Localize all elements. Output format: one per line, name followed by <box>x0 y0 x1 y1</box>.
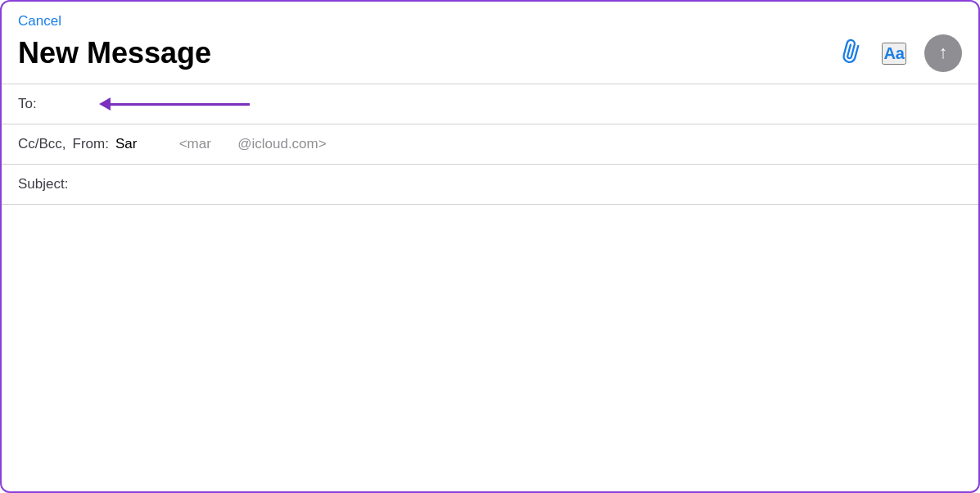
from-email-partial: <mar <box>140 136 210 152</box>
arrow-head-icon <box>99 97 111 111</box>
to-label: To: <box>18 96 37 112</box>
cc-bcc-field-row: Cc/Bcc, From: Sar <mar @icloud.com> <box>2 124 978 164</box>
cc-bcc-label: Cc/Bcc, <box>18 136 66 152</box>
send-button[interactable]: ↑ <box>924 34 962 72</box>
format-button[interactable]: Aa <box>882 43 906 65</box>
header: Cancel New Message Aa ↑ <box>2 2 978 84</box>
compose-window: Cancel New Message Aa ↑ To: Cc/Bcc, From… <box>0 0 980 493</box>
toolbar: Aa ↑ <box>841 34 962 72</box>
from-label: From: <box>73 136 109 152</box>
subject-label: Subject: <box>18 176 68 192</box>
arrow-annotation <box>100 97 250 111</box>
arrow-line <box>111 103 250 106</box>
from-name: Sar <box>115 136 137 152</box>
message-body-input[interactable] <box>18 213 962 491</box>
cancel-button[interactable]: Cancel <box>18 13 61 29</box>
subject-field-row: Subject: <box>2 165 978 204</box>
subject-input[interactable] <box>75 176 962 192</box>
message-body-area <box>2 205 978 493</box>
title-row: New Message Aa ↑ <box>18 34 962 72</box>
attach-icon[interactable] <box>836 35 870 71</box>
from-email-domain: @icloud.com> <box>215 136 327 152</box>
send-arrow-icon: ↑ <box>939 43 948 61</box>
compose-title: New Message <box>18 36 211 70</box>
to-field-row: To: <box>2 84 978 124</box>
